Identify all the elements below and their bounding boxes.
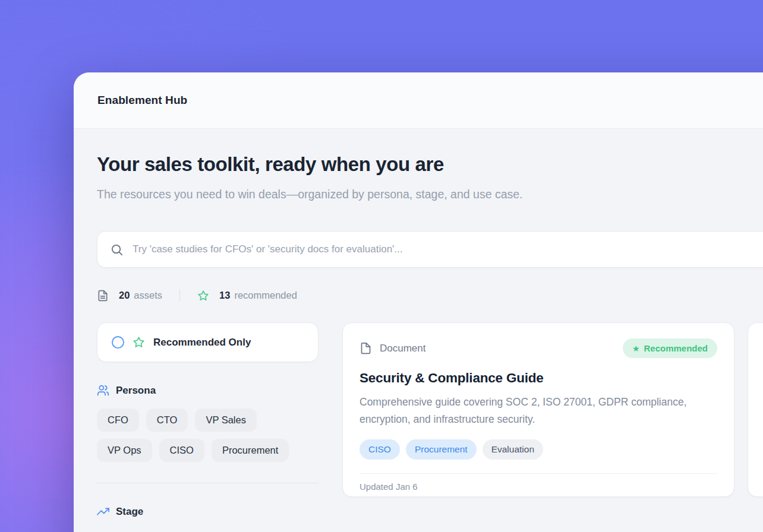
recommended-badge: ★ Recommended	[623, 338, 717, 358]
recommended-count: 13 recommended	[219, 290, 297, 301]
assets-count: 20 assets	[119, 290, 162, 301]
tag-evaluation[interactable]: Evaluation	[483, 439, 543, 460]
persona-filter-pills: CFO CTO VP Sales VP Ops CISO Procurement	[97, 408, 319, 462]
persona-filter-cfo[interactable]: CFO	[97, 408, 139, 432]
main-content: Your sales toolkit, ready when you are T…	[74, 129, 763, 518]
filters-sidebar: Recommended Only Persona	[97, 322, 319, 518]
star-filled-icon: ★	[632, 344, 640, 353]
tag-ciso[interactable]: CISO	[360, 439, 400, 460]
stage-section-label: Stage	[116, 506, 143, 518]
results-grid: Document ★ Recommended Security & Compli…	[342, 322, 763, 497]
trending-up-icon	[97, 505, 109, 518]
recommended-badge-label: Recommended	[644, 343, 708, 353]
star-outline-icon	[133, 336, 145, 349]
radio-circle-icon[interactable]	[111, 335, 125, 349]
persona-section-label: Persona	[116, 385, 156, 397]
card-type-label: Document	[380, 343, 425, 354]
card-header: Document ★ Recommended	[360, 338, 717, 358]
recommended-count-value: 13	[219, 290, 230, 301]
recommended-only-toggle[interactable]: Recommended Only	[97, 322, 319, 362]
assets-count-value: 20	[119, 290, 130, 301]
assets-count-label: assets	[134, 290, 162, 301]
recommended-only-label: Recommended Only	[153, 337, 251, 349]
persona-section-header: Persona	[97, 384, 319, 397]
page-subtitle: The resources you need to win deals—orga…	[97, 184, 548, 204]
persona-section: Persona CFO CTO VP Sales VP Ops CISO Pro…	[97, 384, 319, 462]
app-window: Enablement Hub Your sales toolkit, ready…	[74, 72, 763, 532]
card-footer: Updated Jan 6	[360, 473, 717, 502]
search-bar[interactable]	[97, 231, 763, 268]
stage-section-header: Stage	[97, 505, 319, 518]
card-type: Document	[360, 342, 425, 354]
card-tags: CISO Procurement Evaluation	[360, 439, 717, 460]
page-title: Your sales toolkit, ready when you are	[97, 154, 763, 175]
stats-divider	[179, 289, 180, 302]
resource-card-partial[interactable]	[748, 322, 763, 497]
card-description: Comprehensive guide covering SOC 2, ISO …	[360, 394, 717, 428]
persona-filter-vp-sales[interactable]: VP Sales	[195, 408, 257, 432]
card-updated: Updated Jan 6	[360, 482, 418, 492]
file-text-icon	[97, 290, 109, 302]
app-header: Enablement Hub	[74, 72, 763, 129]
card-title: Security & Compliance Guide	[360, 370, 717, 386]
search-input[interactable]	[133, 243, 763, 255]
stage-section: Stage	[97, 505, 319, 518]
sidebar-divider	[97, 483, 319, 483]
resource-card[interactable]: Document ★ Recommended Security & Compli…	[342, 322, 734, 497]
persona-filter-procurement[interactable]: Procurement	[212, 439, 289, 462]
recommended-count-label: recommended	[234, 290, 297, 301]
stats-row: 20 assets 13 recommended	[97, 289, 763, 302]
search-icon	[110, 243, 124, 256]
content-columns: Recommended Only Persona	[97, 322, 763, 518]
star-outline-icon	[197, 290, 209, 302]
app-title: Enablement Hub	[97, 94, 187, 107]
persona-filter-ciso[interactable]: CISO	[159, 439, 204, 462]
tag-procurement[interactable]: Procurement	[406, 439, 477, 460]
persona-filter-cto[interactable]: CTO	[146, 408, 188, 432]
persona-filter-vp-ops[interactable]: VP Ops	[97, 439, 152, 462]
users-icon	[97, 384, 109, 397]
file-icon	[360, 342, 372, 354]
